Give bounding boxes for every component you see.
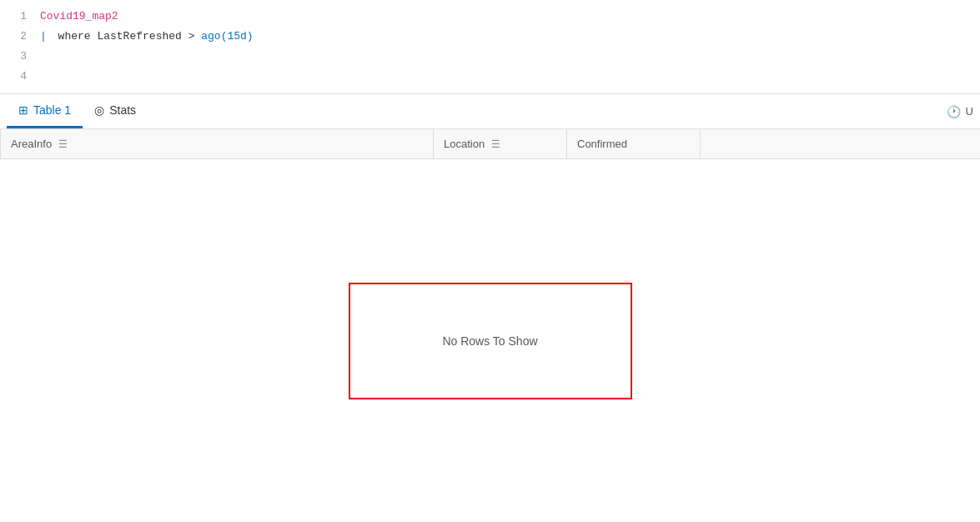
clock-icon: 🕐 (947, 105, 961, 118)
code-line-2-content: | where LastRefreshed > ago(15d) (40, 27, 254, 47)
tabs-bar: ⊞ Table 1 ◎ Stats 🕐 U (0, 94, 980, 129)
code-ago: ago(15d) (201, 30, 253, 43)
code-where: where LastRefreshed > (58, 30, 202, 43)
col-header-location-label: Location (444, 138, 485, 150)
stats-icon: ◎ (94, 103, 104, 117)
col-menu-icon-location[interactable]: ☰ (491, 138, 500, 150)
line-number-2: 2 (7, 27, 40, 47)
col-header-areainfo[interactable]: AreaInfo ☰ (0, 129, 434, 158)
table-body: No Rows To Show (0, 159, 980, 522)
tabs-right: 🕐 U (947, 105, 973, 118)
code-line-1: 1 Covid19_map2 (0, 7, 980, 27)
col-header-confirmed[interactable]: Confirmed (567, 129, 701, 158)
tab-stats-label: Stats (109, 103, 136, 117)
code-line-4: 4 (0, 67, 980, 87)
tab-stats[interactable]: ◎ Stats (83, 94, 148, 128)
no-rows-box: No Rows To Show (349, 283, 632, 399)
code-pipe: | (40, 30, 53, 43)
line-number-4: 4 (7, 67, 40, 87)
col-header-confirmed-label: Confirmed (577, 138, 627, 150)
tab-table1[interactable]: ⊞ Table 1 (7, 94, 83, 128)
table-icon: ⊞ (18, 103, 28, 117)
col-header-location[interactable]: Location ☰ (434, 129, 567, 158)
code-token-table-name: Covid19_map2 (40, 7, 118, 27)
line-number-3: 3 (7, 47, 40, 67)
line-number-1: 1 (7, 7, 40, 27)
code-editor: 1 Covid19_map2 2 | where LastRefreshed >… (0, 0, 980, 94)
tab-table1-label: Table 1 (33, 103, 71, 117)
no-rows-message: No Rows To Show (442, 334, 537, 348)
tabs-left: ⊞ Table 1 ◎ Stats (7, 94, 148, 128)
code-line-2: 2 | where LastRefreshed > ago(15d) (0, 27, 980, 47)
code-line-3: 3 (0, 47, 980, 67)
col-header-areainfo-label: AreaInfo (11, 138, 52, 150)
column-headers: AreaInfo ☰ Location ☰ Confirmed (0, 129, 980, 159)
col-menu-icon-areainfo[interactable]: ☰ (58, 138, 68, 150)
tabs-right-label: U (966, 105, 973, 118)
